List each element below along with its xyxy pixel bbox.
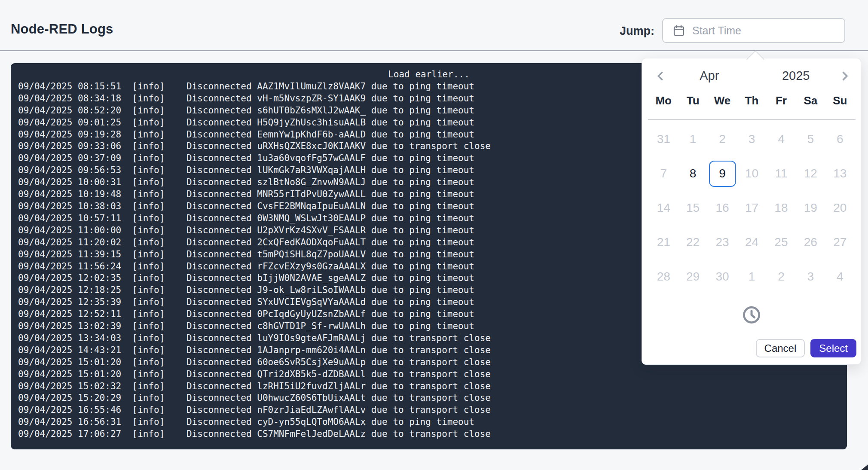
date-cell: 16 (708, 191, 737, 225)
chevron-left-icon[interactable] (655, 70, 666, 82)
page-title: Node-RED Logs (11, 21, 113, 37)
date-cell-selected[interactable]: 9 (708, 156, 737, 191)
select-button[interactable]: Select (810, 339, 856, 357)
date-cell: 26 (796, 225, 825, 259)
date-cell: 19 (796, 191, 825, 225)
cursor (861, 464, 868, 470)
weekday-row: MoTuWeThFrSaSu (642, 94, 861, 107)
date-cell: 28 (649, 259, 678, 294)
weekday-label: Mo (649, 94, 678, 107)
log-line: 09/04/2025 15:20:29 [info] Disconnected … (18, 392, 847, 404)
date-cell: 10 (737, 156, 766, 191)
date-cell[interactable]: 8 (678, 156, 707, 191)
cancel-button[interactable]: Cancel (756, 339, 805, 357)
date-cell: 18 (767, 191, 796, 225)
calendar-divider (648, 119, 856, 120)
jump-label: Jump: (616, 24, 654, 38)
date-grid: 3112345678910111213141516171819202122232… (642, 122, 861, 294)
start-time-input[interactable]: Start Time (662, 18, 845, 43)
weekday-label: Fr (767, 94, 796, 107)
date-cell: 3 (737, 122, 766, 156)
date-cell: 3 (796, 259, 825, 294)
start-time-placeholder: Start Time (692, 24, 741, 37)
header-divider (0, 50, 868, 51)
date-cell: 7 (649, 156, 678, 191)
date-cell: 2 (767, 259, 796, 294)
month-selector[interactable]: Apr (666, 69, 753, 83)
date-cell: 21 (649, 225, 678, 259)
date-cell: 23 (708, 225, 737, 259)
weekday-label: Tu (678, 94, 707, 107)
date-cell: 15 (678, 191, 707, 225)
date-cell: 2 (708, 122, 737, 156)
date-cell: 24 (737, 225, 766, 259)
log-line: 09/04/2025 16:55:46 [info] Disconnected … (18, 404, 847, 416)
date-cell: 20 (825, 191, 855, 225)
date-cell: 31 (649, 122, 678, 156)
date-cell: 4 (767, 122, 796, 156)
log-line: 09/04/2025 16:56:31 [info] Disconnected … (18, 416, 847, 428)
clock-icon[interactable] (742, 305, 761, 325)
date-cell: 27 (825, 225, 855, 259)
date-cell: 25 (767, 225, 796, 259)
weekday-label: Th (737, 94, 766, 107)
date-cell: 1 (737, 259, 766, 294)
weekday-label: Su (825, 94, 855, 107)
date-cell: 4 (825, 259, 855, 294)
calendar-icon (672, 24, 685, 37)
date-cell: 12 (796, 156, 825, 191)
date-cell: 22 (678, 225, 707, 259)
date-cell: 29 (678, 259, 707, 294)
date-cell: 1 (678, 122, 707, 156)
date-cell: 30 (708, 259, 737, 294)
weekday-label: Sa (796, 94, 825, 107)
date-cell: 14 (649, 191, 678, 225)
log-line: 09/04/2025 15:02:32 [info] Disconnected … (18, 381, 847, 393)
weekday-label: We (708, 94, 737, 107)
date-cell: 17 (737, 191, 766, 225)
year-selector[interactable]: 2025 (753, 69, 840, 83)
log-line: 09/04/2025 15:01:20 [info] Disconnected … (18, 369, 847, 381)
date-cell: 5 (796, 122, 825, 156)
log-line: 09/04/2025 17:06:27 [info] Disconnected … (18, 428, 847, 440)
chevron-right-icon[interactable] (839, 70, 850, 82)
date-cell: 13 (825, 156, 855, 191)
date-cell: 6 (825, 122, 855, 156)
datepicker-popup: Apr 2025 MoTuWeThFrSaSu 3112345678910111… (642, 58, 861, 365)
date-cell: 11 (767, 156, 796, 191)
